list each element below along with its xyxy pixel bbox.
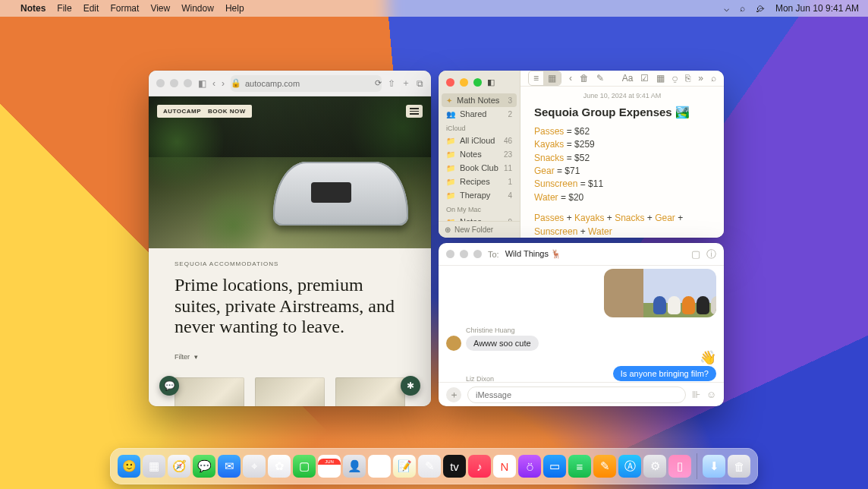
dock-podcasts[interactable]: ⍥ xyxy=(518,455,541,478)
dock-tv[interactable]: tv xyxy=(443,455,466,478)
menu-help[interactable]: Help xyxy=(225,3,244,14)
sidebar-folder[interactable]: 📁 Book Club 11 xyxy=(439,161,520,175)
reload-icon[interactable]: ⟳ xyxy=(375,78,382,88)
more-icon[interactable]: » xyxy=(698,73,703,84)
reaction-emoji[interactable]: 👋 xyxy=(700,351,716,364)
control-center-icon[interactable]: ⌮ xyxy=(756,3,765,14)
search-icon[interactable]: ⌕ xyxy=(711,73,716,84)
note-body[interactable]: June 10, 2024 at 9:41 AM Sequoia Group E… xyxy=(520,87,724,238)
menu-edit[interactable]: Edit xyxy=(83,3,99,14)
table-icon[interactable]: ▦ xyxy=(656,73,665,84)
accessibility-fab[interactable]: ✱ xyxy=(401,376,420,396)
search-icon[interactable]: ⌕ xyxy=(740,3,745,14)
list-view-icon[interactable]: ≡ xyxy=(529,71,543,85)
sidebar-icon[interactable]: ◧ xyxy=(198,78,206,89)
close-icon[interactable] xyxy=(446,250,454,258)
message-input[interactable] xyxy=(467,386,686,403)
window-controls[interactable] xyxy=(156,79,192,87)
listing-thumb[interactable] xyxy=(335,377,405,406)
sidebar-folder[interactable]: 👥 Shared 2 xyxy=(439,107,520,121)
facetime-icon[interactable]: ▢ xyxy=(691,248,700,260)
tabs-icon[interactable]: ⧉ xyxy=(417,78,423,89)
listing-thumb[interactable] xyxy=(175,377,244,406)
dock-trash[interactable]: 🗑 xyxy=(728,455,750,478)
format-icon[interactable]: Aa xyxy=(622,73,634,84)
new-tab-icon[interactable]: ＋ xyxy=(401,77,410,90)
menu-view[interactable]: View xyxy=(150,3,170,14)
window-controls[interactable] xyxy=(446,250,482,258)
message-bubble[interactable]: Is anyone bringing film? xyxy=(613,366,716,381)
dock-news[interactable]: N xyxy=(493,455,516,478)
attach-button[interactable]: ＋ xyxy=(446,387,461,402)
menu-app-name[interactable]: Notes xyxy=(20,3,46,14)
sidebar-toggle-icon[interactable]: ◧ xyxy=(487,77,495,87)
book-now-button[interactable]: BOOK NOW xyxy=(202,105,252,118)
zoom-icon[interactable] xyxy=(473,78,482,87)
dock-reminders[interactable]: ☑ xyxy=(368,455,391,478)
chevron-down-icon[interactable]: ▾ xyxy=(194,353,198,361)
address-bar[interactable]: 🔒 autocamp.com ⟳ xyxy=(231,75,382,92)
dock-facetime[interactable]: ▢ xyxy=(293,455,316,478)
menubar-clock[interactable]: Mon Jun 10 9:41 AM xyxy=(775,3,859,14)
dock-photos[interactable]: ✿ xyxy=(268,455,291,478)
minimize-icon[interactable] xyxy=(460,250,468,258)
dock-downloads[interactable]: ⬇ xyxy=(703,455,725,478)
zoom-icon[interactable] xyxy=(184,79,192,87)
sidebar-folder[interactable]: 📁 Notes 23 xyxy=(439,147,520,161)
media-icon[interactable]: ⎘ xyxy=(685,73,690,84)
dock-messages[interactable]: 💬 xyxy=(193,455,215,478)
compose-icon[interactable]: ✎ xyxy=(596,73,604,84)
sidebar-folder[interactable]: 📁 Therapy 4 xyxy=(439,188,520,202)
emoji-icon[interactable]: ☺ xyxy=(706,389,716,400)
menu-format[interactable]: Format xyxy=(110,3,139,14)
share-icon[interactable]: ⇧ xyxy=(388,78,395,89)
hamburger-menu[interactable] xyxy=(406,105,423,118)
to-value[interactable]: Wild Things 🦌 xyxy=(505,249,561,259)
dock-iphone-mirror[interactable]: ▯ xyxy=(668,455,691,478)
dock-numbers[interactable]: ≡ xyxy=(568,455,591,478)
close-icon[interactable] xyxy=(156,79,165,87)
dock-settings[interactable]: ⚙ xyxy=(643,455,666,478)
zoom-icon[interactable] xyxy=(473,250,482,258)
dock-keynote[interactable]: ▭ xyxy=(543,455,566,478)
forward-icon[interactable]: › xyxy=(222,78,225,89)
sidebar-folder[interactable]: 📁 All iCloud 46 xyxy=(439,134,520,147)
close-icon[interactable] xyxy=(446,78,454,87)
message-bubble[interactable]: Awww soo cute xyxy=(466,336,539,351)
back-icon[interactable]: ‹ xyxy=(569,73,572,84)
dock-freeform[interactable]: ✎ xyxy=(418,455,441,478)
sidebar-folder[interactable]: ✦ Math Notes 3 xyxy=(442,93,517,107)
shared-photo[interactable] xyxy=(604,269,716,317)
dock-safari[interactable]: 🧭 xyxy=(168,455,190,478)
dock-appstore[interactable]: Ⓐ xyxy=(618,455,641,478)
minimize-icon[interactable] xyxy=(170,79,178,87)
dock-pages[interactable]: ✎ xyxy=(593,455,616,478)
dock-launchpad[interactable]: ▦ xyxy=(143,455,165,478)
view-toggle[interactable]: ≡ ▦ xyxy=(528,71,561,86)
wifi-icon[interactable]: ⌵ xyxy=(724,3,729,14)
sidebar-folder[interactable]: 📁 Notes 9 xyxy=(439,215,520,221)
checklist-icon[interactable]: ☑ xyxy=(640,73,649,84)
dock-contacts[interactable]: 👤 xyxy=(343,455,366,478)
avatar[interactable] xyxy=(446,336,461,351)
link-icon[interactable]: ⍜ xyxy=(672,73,678,84)
minimize-icon[interactable] xyxy=(460,78,468,87)
menu-window[interactable]: Window xyxy=(181,3,214,14)
dock-calendar[interactable]: JUN 10 xyxy=(318,455,341,478)
grid-view-icon[interactable]: ▦ xyxy=(543,71,561,85)
audio-icon[interactable]: ⊪ xyxy=(692,389,700,400)
new-folder-button[interactable]: ⊕ New Folder xyxy=(439,221,520,238)
site-logo[interactable]: AUTOCAMP xyxy=(157,105,207,118)
trash-icon[interactable]: 🗑 xyxy=(580,73,589,84)
dock-finder[interactable]: 🙂 xyxy=(118,455,140,478)
menu-file[interactable]: File xyxy=(57,3,71,14)
chat-fab[interactable]: 💬 xyxy=(159,376,179,396)
dock-music[interactable]: ♪ xyxy=(468,455,491,478)
window-controls[interactable] xyxy=(446,78,482,87)
dock-mail[interactable]: ✉︎ xyxy=(218,455,241,478)
sidebar-folder[interactable]: 📁 Recipes 1 xyxy=(439,175,520,188)
listing-thumb[interactable] xyxy=(255,377,325,406)
filter-label[interactable]: Filter xyxy=(175,353,190,361)
back-icon[interactable]: ‹ xyxy=(212,78,215,89)
dock-maps[interactable]: ⌖ xyxy=(243,455,266,478)
